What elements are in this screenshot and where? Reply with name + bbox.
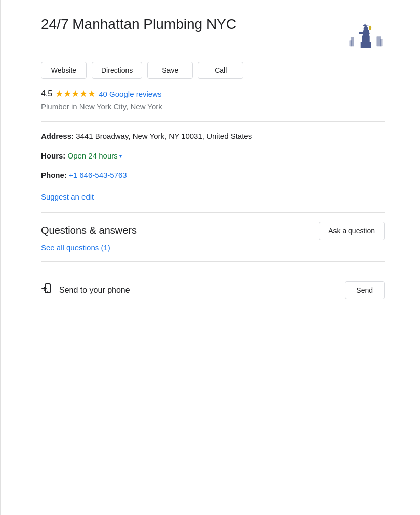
hours-label: Hours: <box>41 151 68 160</box>
hours-value: Open 24 hours <box>68 151 118 160</box>
website-button[interactable]: Website <box>41 62 87 79</box>
info-section: Address: 3441 Broadway, New York, NY 100… <box>41 131 385 181</box>
svg-rect-0 <box>360 42 371 48</box>
phone-label: Phone: <box>41 171 69 179</box>
ask-question-button[interactable]: Ask a question <box>319 222 385 240</box>
svg-rect-14 <box>349 40 352 46</box>
send-section: Send to your phone Send <box>41 271 385 299</box>
business-title: 24/7 Manhattan Plumbing NYC <box>41 15 236 33</box>
send-phone-icon <box>41 283 53 297</box>
address-label: Address: <box>41 132 76 140</box>
logo-icon <box>348 19 384 50</box>
qa-section: Questions & answers Ask a question See a… <box>41 222 385 252</box>
call-button[interactable]: Call <box>198 62 243 79</box>
card-header: 24/7 Manhattan Plumbing NYC <box>41 15 385 51</box>
action-buttons-group: Website Directions Save Call <box>41 62 385 79</box>
reviews-link[interactable]: 40 Google reviews <box>99 90 161 98</box>
divider-3 <box>41 261 385 262</box>
star-1: ★ <box>55 88 63 99</box>
address-row: Address: 3441 Broadway, New York, NY 100… <box>41 131 385 142</box>
svg-rect-11 <box>359 32 363 33</box>
star-2: ★ <box>63 88 71 99</box>
directions-button[interactable]: Directions <box>92 62 142 79</box>
business-card: 24/7 Manhattan Plumbing NYC <box>0 0 420 515</box>
svg-rect-1 <box>362 35 369 43</box>
hours-dropdown-icon[interactable]: ▾ <box>119 153 122 159</box>
business-category: Plumber in New York City, New York <box>41 102 385 111</box>
divider-1 <box>41 121 385 122</box>
hours-row: Hours: Open 24 hours▾ <box>41 150 385 162</box>
star-half: ★ <box>88 88 96 99</box>
star-3: ★ <box>71 88 79 99</box>
send-label: Send to your phone <box>41 283 130 297</box>
rating-row: 4,5 ★ ★ ★ ★ ★ 40 Google reviews <box>41 88 385 99</box>
svg-point-10 <box>369 25 371 30</box>
divider-2 <box>41 212 385 213</box>
svg-marker-6 <box>366 24 367 26</box>
address-value: 3441 Broadway, New York, NY 10031, Unite… <box>76 132 252 140</box>
see-all-questions-link[interactable]: See all questions (1) <box>41 243 110 252</box>
svg-rect-15 <box>380 39 382 46</box>
send-to-phone-text: Send to your phone <box>59 286 130 295</box>
phone-row: Phone: +1 646-543-5763 <box>41 170 385 181</box>
suggest-edit-link[interactable]: Suggest an edit <box>41 192 94 201</box>
stars-container: ★ ★ ★ ★ ★ <box>55 88 96 99</box>
qa-title: Questions & answers <box>41 225 137 236</box>
phone-link[interactable]: +1 646-543-5763 <box>69 171 127 179</box>
svg-marker-5 <box>364 24 365 26</box>
rating-number: 4,5 <box>41 89 52 98</box>
qa-header: Questions & answers Ask a question <box>41 222 385 240</box>
svg-point-17 <box>47 291 48 292</box>
save-button[interactable]: Save <box>147 62 193 79</box>
business-logo <box>347 18 385 51</box>
star-4: ★ <box>79 88 88 99</box>
send-button[interactable]: Send <box>345 281 385 299</box>
